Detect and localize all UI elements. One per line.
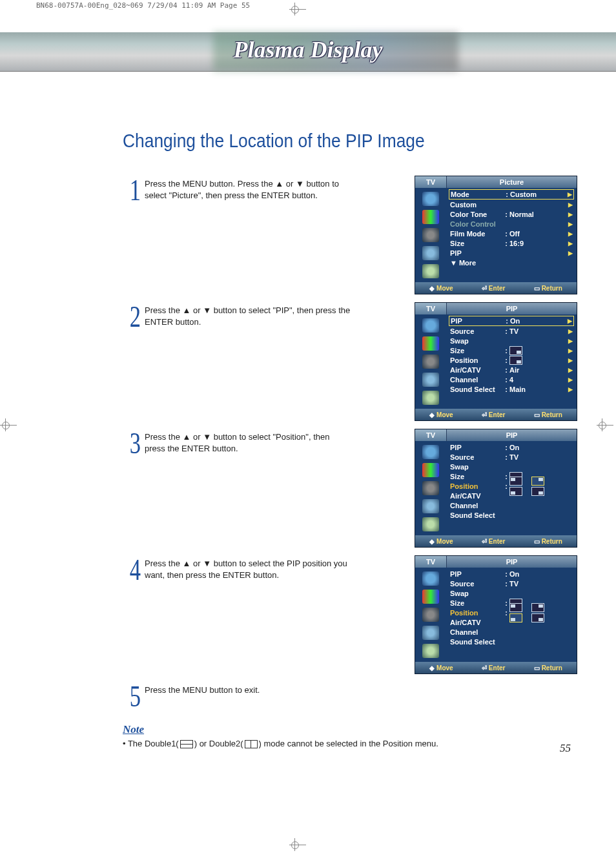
osd-row: PIP (449, 248, 574, 258)
osd-row: Channel (449, 500, 574, 510)
step-text: Press the MENU button to exit. (145, 682, 351, 712)
banner: Plasma Display (0, 32, 616, 72)
osd-panel: TVPicture Mode:CustomCustomColor Tone:No… (415, 176, 577, 294)
page-number: 55 (560, 742, 571, 755)
note-body: • The Double1() or Double2() mode cannot… (123, 739, 577, 748)
osd-src: TV (415, 176, 447, 188)
osd-panel: TVPIP PIP:OnSource:TVSwapSize:Position:A… (415, 555, 577, 674)
osd-row: PIP:On (449, 442, 574, 452)
osd-row: Source:TV (449, 452, 574, 462)
osd-title: Picture (447, 176, 577, 188)
osd-src: TV (415, 429, 447, 441)
osd-row: Size:16:9 (449, 238, 574, 248)
page-title: Changing the Location of the PIP Image (123, 130, 523, 151)
osd-row: Color Tone:Normal (449, 209, 574, 219)
osd-row: Source:TV (449, 326, 574, 336)
osd-row: Mode:Custom (449, 189, 574, 200)
osd-footer: ◆Move ⏎Enter ▭Return (415, 535, 577, 547)
osd-title: PIP (447, 556, 577, 568)
step-text: Press the ▲ or ▼ button to select "PIP",… (145, 302, 351, 332)
osd-row: Position: (449, 355, 574, 365)
osd-footer: ◆Move ⏎Enter ▭Return (415, 282, 577, 294)
osd-row: Sound Select (449, 637, 574, 646)
step-number: 4 (127, 555, 141, 585)
osd-row: Air/CATV:Air (449, 365, 574, 375)
osd-footer: ◆Move ⏎Enter ▭Return (415, 662, 577, 673)
osd-row: Channel:4 (449, 375, 574, 384)
osd-row: ▼ More (449, 258, 574, 267)
osd-row: Sound Select:Main (449, 384, 574, 394)
osd-title: PIP (447, 303, 577, 314)
osd-row: Sound Select (449, 510, 574, 520)
osd-panel: TVPIP PIP:OnSource:TVSwapSize:Position:A… (415, 429, 577, 548)
note-heading: Note (123, 723, 577, 736)
osd-icons (415, 441, 446, 535)
osd-row: Custom (449, 200, 574, 209)
step-number: 5 (127, 682, 141, 712)
step-text: Press the ▲ or ▼ button to select the PI… (145, 555, 351, 585)
osd-row: Position: (449, 481, 574, 491)
osd-title: PIP (447, 429, 577, 441)
osd-icons (415, 314, 446, 409)
osd-row: Film Mode:Off (449, 229, 574, 238)
step-text: Press the MENU button. Press the ▲ or ▼ … (145, 176, 351, 205)
osd-footer: ◆Move ⏎Enter ▭Return (415, 409, 577, 420)
osd-row: PIP:On (449, 316, 574, 326)
step-number: 3 (127, 429, 141, 458)
osd-icons (415, 568, 446, 662)
double2-icon (245, 740, 258, 748)
osd-row: Color Control (449, 219, 574, 229)
registration-mark-left (0, 418, 19, 431)
osd-row: Swap (449, 588, 574, 598)
osd-src: TV (415, 556, 447, 568)
osd-row: Swap (449, 462, 574, 471)
osd-row: Source:TV (449, 579, 574, 588)
registration-mark-right (597, 418, 616, 431)
osd-panel: TVPIP PIP:OnSource:TVSwapSize:Position:A… (415, 302, 577, 421)
step-number: 2 (127, 302, 141, 332)
double1-icon (180, 740, 193, 748)
osd-icons (415, 188, 446, 282)
step-text: Press the ▲ or ▼ button to select "Posit… (145, 429, 351, 458)
banner-title: Plasma Display (0, 36, 616, 63)
osd-row: Channel (449, 627, 574, 637)
registration-mark-top (289, 3, 309, 15)
osd-row: Position: (449, 608, 574, 617)
step-number: 1 (127, 176, 141, 205)
osd-row: Size: (449, 345, 574, 355)
osd-row: PIP:On (449, 569, 574, 579)
osd-row: Swap (449, 336, 574, 345)
osd-src: TV (415, 303, 447, 314)
